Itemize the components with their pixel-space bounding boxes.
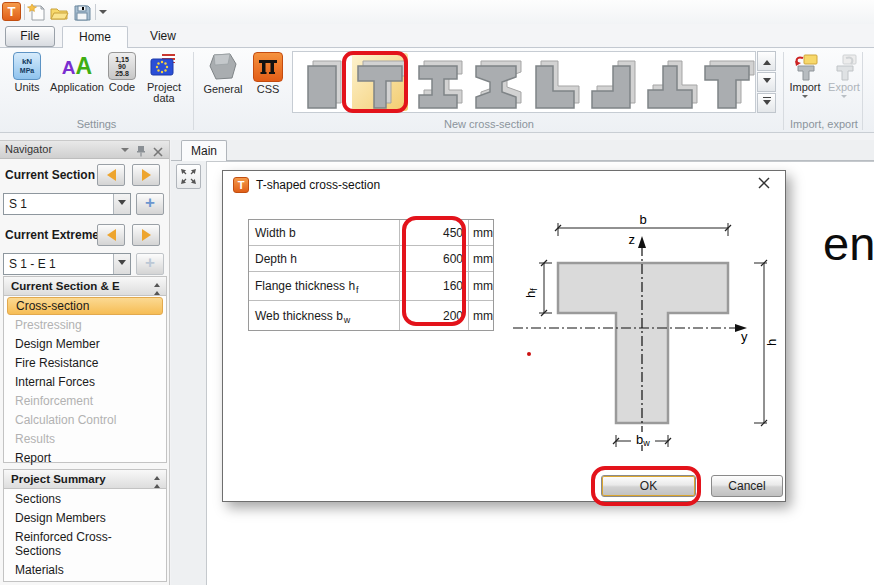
shape-l-mirrored[interactable] xyxy=(584,53,640,111)
current-section-select[interactable]: S 1 xyxy=(3,193,131,215)
section-group-header[interactable]: Current Section & E xyxy=(4,277,166,296)
export-dropdown-icon xyxy=(841,95,847,101)
pin-icon[interactable] xyxy=(136,145,146,162)
summary-group-header[interactable]: Project Summary xyxy=(4,470,166,489)
field-label: Width b xyxy=(249,226,399,240)
separator xyxy=(862,52,863,130)
application-button[interactable]: AA Application xyxy=(46,52,108,93)
shape-t-selected[interactable] xyxy=(352,53,408,111)
units-button[interactable]: kN MPa Units xyxy=(6,52,48,93)
up-arrow-icon xyxy=(763,56,771,65)
shape-l[interactable] xyxy=(526,53,582,111)
table-row: Web thickness bw 200 mm xyxy=(249,301,493,330)
t-section-icon: T xyxy=(233,177,249,193)
nav-item-reinforcement: Reinforcement xyxy=(7,392,163,410)
panel-menu-icon[interactable] xyxy=(121,148,129,156)
nav-item-reinforced-cross-sections[interactable]: Reinforced Cross-Sections xyxy=(7,528,157,560)
add-section-button[interactable]: + xyxy=(136,193,164,215)
close-icon[interactable] xyxy=(757,176,773,192)
nav-item-results: Results xyxy=(7,430,163,448)
code-icon: 1,15 90 25.8 xyxy=(108,52,136,80)
next-extreme-button[interactable] xyxy=(132,224,160,246)
import-dropdown-icon[interactable] xyxy=(802,95,808,101)
add-extreme-button[interactable]: + xyxy=(136,253,164,275)
nav-item-cross-section[interactable]: Cross-section xyxy=(7,297,163,315)
combo-dropdown-icon[interactable] xyxy=(113,194,130,214)
separator xyxy=(193,52,194,130)
nav-item-report[interactable]: Report xyxy=(7,449,163,467)
current-extreme-select[interactable]: S 1 - E 1 xyxy=(3,253,131,275)
gallery-scroll-down-button[interactable] xyxy=(757,72,776,92)
unit-label: mm xyxy=(469,279,493,293)
collapse-chevron-icon[interactable] xyxy=(154,473,160,489)
field-label: Web thickness bw xyxy=(249,309,399,323)
import-button[interactable]: Import xyxy=(786,52,824,101)
navigator-panel: Navigator Current Section S 1 + Current … xyxy=(0,140,170,585)
nav-item-sections[interactable]: Sections xyxy=(7,490,163,508)
ok-button[interactable]: OK xyxy=(601,475,696,497)
css-button[interactable]: CSS xyxy=(248,52,288,95)
current-extreme-value: S 1 - E 1 xyxy=(9,257,56,271)
cancel-button[interactable]: Cancel xyxy=(711,475,783,497)
tab-home[interactable]: Home xyxy=(62,26,128,48)
tab-main[interactable]: Main xyxy=(181,140,227,161)
general-button[interactable]: General xyxy=(198,52,248,95)
application-icon: AA xyxy=(46,52,108,80)
toolbar-dropdown-icon[interactable] xyxy=(99,10,107,18)
export-button[interactable]: Export xyxy=(826,52,862,101)
shape-i[interactable] xyxy=(410,53,466,111)
down-arrow-icon xyxy=(763,100,771,109)
css-icon xyxy=(253,52,283,82)
web-thickness-input[interactable]: 200 xyxy=(399,301,469,330)
previous-extreme-button[interactable] xyxy=(97,224,125,246)
previous-section-button[interactable] xyxy=(97,164,125,186)
nav-item-internal-forces[interactable]: Internal Forces xyxy=(7,373,163,391)
new-file-icon[interactable] xyxy=(27,3,47,22)
save-icon[interactable] xyxy=(72,3,92,22)
navigator-title: Navigator xyxy=(5,143,52,155)
field-label: Flange thickness hf xyxy=(249,279,399,293)
collapse-chevron-icon[interactable] xyxy=(154,280,160,296)
shape-rectangle[interactable] xyxy=(294,53,350,111)
nav-item-design-members[interactable]: Design Members xyxy=(7,509,163,527)
nav-item-design-member[interactable]: Design Member xyxy=(7,335,163,353)
close-icon[interactable] xyxy=(153,145,163,162)
shape-wide-t[interactable] xyxy=(699,53,755,111)
combo-dropdown-icon[interactable] xyxy=(113,254,130,274)
right-arrow-icon xyxy=(142,229,151,241)
document-tab-strip: Main xyxy=(171,140,874,161)
open-folder-icon[interactable] xyxy=(49,3,69,22)
flange-thickness-input[interactable]: 160 xyxy=(399,272,469,300)
gallery-expand-button[interactable] xyxy=(757,93,776,113)
application-window: T File Home View kN MPa Units xyxy=(0,0,874,585)
project-data-button[interactable]: Project data xyxy=(138,52,190,104)
shape-i-tapered[interactable] xyxy=(468,53,524,111)
down-arrow-icon xyxy=(763,78,771,87)
dim-label-h: h xyxy=(764,339,779,346)
tab-view[interactable]: View xyxy=(134,26,192,48)
dim-label-hf: hf xyxy=(523,288,539,298)
current-section-label: Current Section xyxy=(5,168,97,182)
summary-group-title: Project Summary xyxy=(11,473,106,485)
width-b-input[interactable]: 450 xyxy=(399,220,469,245)
code-button[interactable]: 1,15 90 25.8 Code xyxy=(106,52,138,93)
nav-item-prestressing: Prestressing xyxy=(7,316,163,334)
app-icon[interactable]: T xyxy=(2,2,21,21)
depth-h-input[interactable]: 600 xyxy=(399,246,469,271)
gallery-more-icon xyxy=(763,97,771,98)
shape-inverted-t[interactable] xyxy=(642,53,698,111)
nav-item-materials[interactable]: Materials xyxy=(7,561,163,579)
export-icon xyxy=(829,52,859,80)
dialog-titlebar[interactable]: T T-shaped cross-section xyxy=(223,171,785,199)
dialog-title: T-shaped cross-section xyxy=(256,178,380,192)
right-arrow-icon xyxy=(142,169,151,181)
tab-file[interactable]: File xyxy=(5,26,55,47)
gallery-scroll-up-button[interactable] xyxy=(757,51,776,71)
group-label-settings: Settings xyxy=(0,116,193,133)
next-section-button[interactable] xyxy=(132,164,160,186)
fit-view-button[interactable] xyxy=(176,164,201,189)
table-row: Width b 450 mm xyxy=(249,220,493,246)
parameters-table: Width b 450 mm Depth h 600 mm Flange thi… xyxy=(248,219,494,331)
fit-view-icon xyxy=(180,168,197,185)
nav-item-fire-resistance[interactable]: Fire Resistance xyxy=(7,354,163,372)
